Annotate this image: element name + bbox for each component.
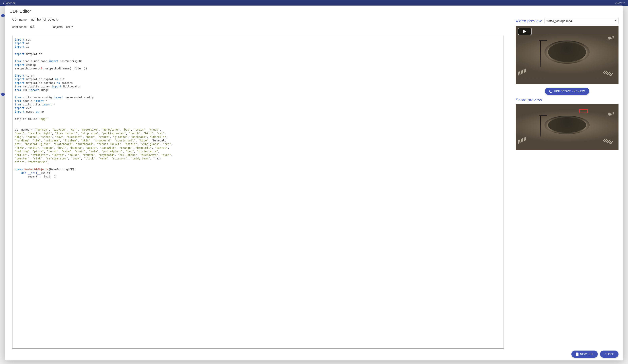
udf-editor-modal: UDF Editor UDF name: confidence: objects… xyxy=(5,5,623,6)
app-header: Everest PAPER xyxy=(0,0,628,6)
paper-link[interactable]: PAPER xyxy=(615,1,625,4)
brand-label: Everest xyxy=(3,1,15,5)
